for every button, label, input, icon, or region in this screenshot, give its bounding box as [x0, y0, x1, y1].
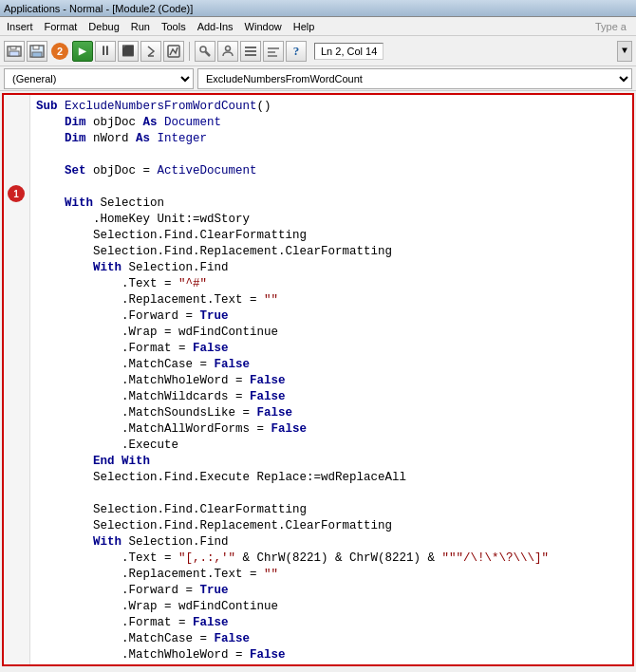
- procedure-dropdown[interactable]: ExcludeNumbersFromWordCount: [197, 68, 632, 89]
- svg-point-8: [200, 47, 206, 52]
- toolbar-btn-2[interactable]: [27, 41, 47, 62]
- svg-rect-1: [9, 51, 19, 56]
- svg-point-10: [226, 46, 231, 50]
- code-area: 1 Sub ExcludeNumbersFromWordCount() Dim …: [2, 93, 634, 666]
- menu-format[interactable]: Format: [40, 20, 83, 33]
- svg-line-9: [206, 51, 211, 56]
- object-dropdown[interactable]: (General): [4, 68, 194, 89]
- toolbar-props[interactable]: [263, 41, 284, 62]
- toolbar-wrench[interactable]: [195, 41, 215, 62]
- menu-addins[interactable]: Add-Ins: [193, 20, 238, 33]
- svg-rect-13: [245, 54, 256, 56]
- toolbar-sep-1: [189, 42, 190, 61]
- run-button[interactable]: ▶: [72, 41, 93, 62]
- toolbar-help[interactable]: ?: [286, 41, 307, 62]
- menu-run[interactable]: Run: [126, 20, 155, 33]
- menu-bar: Insert Format Debug Run Tools Add-Ins Wi…: [0, 17, 636, 36]
- menu-insert[interactable]: Insert: [2, 20, 38, 33]
- pause-button[interactable]: ⏸: [95, 41, 116, 62]
- svg-rect-14: [268, 47, 279, 49]
- svg-rect-12: [245, 50, 256, 52]
- svg-rect-15: [268, 51, 275, 53]
- svg-rect-16: [268, 55, 277, 57]
- badge-step-1: 1: [8, 185, 25, 202]
- svg-rect-4: [32, 52, 42, 57]
- toolbar-user[interactable]: [217, 41, 238, 62]
- badge-step-2: 2: [51, 43, 68, 60]
- menu-tools[interactable]: Tools: [157, 20, 191, 33]
- toolbar-btn-1[interactable]: [4, 41, 25, 62]
- stop-button[interactable]: ⬛: [118, 41, 139, 62]
- title-text: Applications - Normal - [Module2 (Code)]: [4, 3, 193, 14]
- dropdown-row: (General) ExcludeNumbersFromWordCount: [0, 66, 636, 91]
- toolbar-list[interactable]: [240, 41, 261, 62]
- line-gutter: 1: [4, 95, 30, 664]
- svg-rect-5: [33, 46, 39, 49]
- menu-window[interactable]: Window: [240, 20, 287, 33]
- type-a-label: Type a: [595, 21, 634, 32]
- menu-help[interactable]: Help: [289, 20, 320, 33]
- design-mode-button[interactable]: [163, 41, 184, 62]
- svg-rect-2: [10, 47, 16, 49]
- title-bar: Applications - Normal - [Module2 (Code)]: [0, 0, 636, 17]
- code-content[interactable]: Sub ExcludeNumbersFromWordCount() Dim ob…: [30, 95, 632, 664]
- menu-debug[interactable]: Debug: [84, 20, 123, 33]
- step-into-button[interactable]: [140, 41, 161, 62]
- svg-rect-11: [245, 47, 256, 48]
- toolbar-scroll[interactable]: ▼: [617, 41, 632, 62]
- toolbar: 2 ▶ ⏸ ⬛ ? Ln 2, Col 14 ▼: [0, 36, 636, 66]
- ln-col-display: Ln 2, Col 14: [314, 43, 383, 60]
